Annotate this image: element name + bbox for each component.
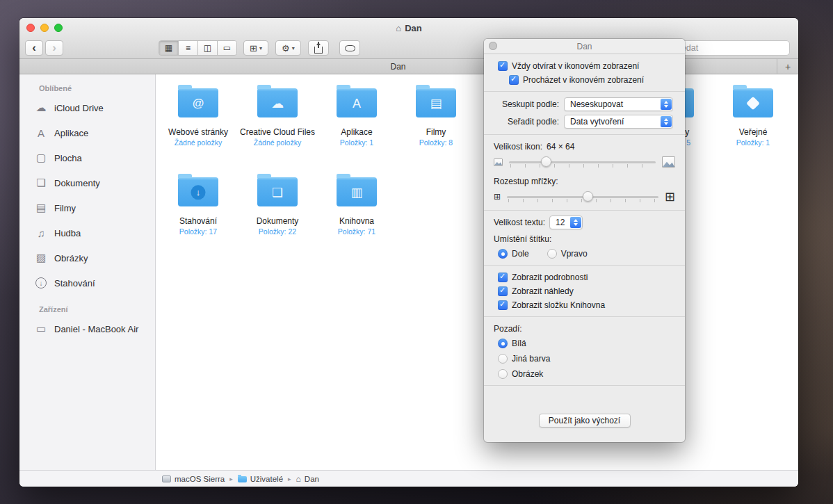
forward-button[interactable]: › [45,40,63,56]
grid-spacing-slider[interactable] [507,190,658,203]
sidebar-item-icloud-drive[interactable]: ☁ iCloud Drive [19,95,155,120]
coverflow-view-button[interactable]: ▭ [218,41,236,55]
checkbox-label: Vždy otvírat v ikonovém zobrazení [512,61,639,71]
folder-count: Položky: 17 [159,227,238,236]
folder-knihovna[interactable]: ▥ Knihovna Položky: 71 [317,172,396,236]
checkbox-always-open-icon-view[interactable]: Vždy otvírat v ikonovém zobrazení [484,60,685,72]
stepper-arrows-icon [661,116,672,127]
folder-webove-stranky[interactable]: @ Webové stránky Žádné položky [159,83,238,147]
folder-icon: ☁ [257,88,298,117]
applications-badge-icon: A [337,90,377,117]
checkbox-show-previews[interactable]: Zobrazit náhledy [484,285,685,297]
back-button[interactable]: ‹ [25,40,43,56]
folder-name: Creative Cloud Files [238,127,317,137]
separator [484,316,685,317]
disk-icon [162,475,171,482]
icloud-drive-icon: ☁ [33,101,49,114]
panel-titlebar[interactable]: Dan [484,39,685,54]
sort-by-select[interactable]: Data vytvoření [564,115,673,129]
text-size-label: Velikost textu: [494,218,545,227]
public-badge-icon [746,97,760,111]
window-titlebar[interactable]: ⌂ Dan [19,18,798,38]
folder-name: Stahování [159,216,238,226]
sidebar-item-label: Daniel - MacBook Air [54,324,138,334]
column-view-button[interactable]: ◫ [198,41,218,55]
sidebar-item-plocha[interactable]: ▢ Plocha [19,145,155,170]
macbook-icon: ▭ [33,323,49,335]
folder-aplikace[interactable]: A Aplikace Položky: 1 [317,83,396,147]
use-as-defaults-button[interactable]: Použít jako výchozí [539,414,631,428]
radio-bg-picture[interactable]: Obrázek [498,368,685,380]
checkbox-label: Zobrazit podrobnosti [512,273,588,282]
icon-size-slider[interactable] [509,156,656,168]
music-icon: ♫ [33,227,49,239]
radio-bg-color[interactable]: Jiná barva [498,353,685,364]
path-item-macos-sierra[interactable]: macOS Sierra [162,475,225,483]
radio-label-bottom[interactable]: Dole [498,248,529,259]
folder-icon [733,88,773,117]
sidebar-item-label: Aplikace [54,128,88,138]
sidebar-item-dokumenty[interactable]: ❏ Dokumenty [19,170,155,195]
icon-size-slider-row [484,154,685,170]
folder-icon: ↓ [178,177,218,206]
sidebar-item-filmy[interactable]: ▤ Filmy [19,195,155,220]
pictures-icon: ▨ [33,252,49,264]
back-chevron-icon: ‹ [32,42,36,54]
checkbox-show-library[interactable]: Zobrazit složku Knihovna [484,299,685,311]
path-item-uzivatele[interactable]: Uživatelé [238,475,283,483]
folder-count: Žádné položky [159,138,238,147]
slider-thumb[interactable] [583,191,593,202]
path-bar: macOS Sierra ▸ Uživatelé ▸ ⌂ Dan [19,470,798,487]
list-view-button[interactable]: ≡ [179,41,198,55]
stepper-arrows-icon [570,217,581,228]
folder-verejne[interactable]: Veřejné Položky: 1 [713,83,793,147]
folder-dokumenty[interactable]: ❏ Dokumenty Položky: 22 [238,172,317,236]
checkbox-checked-icon [498,61,508,71]
folder-creative-cloud-files[interactable]: ☁ Creative Cloud Files Žádné položky [238,83,317,147]
large-photo-icon [662,156,675,168]
downloads-icon: ↓ [35,277,47,288]
folder-filmy[interactable]: ▤ Filmy Položky: 8 [396,83,476,147]
tag-icon [345,45,355,51]
home-proxy-icon: ⌂ [396,23,401,33]
sidebar-item-obrazky[interactable]: ▨ Obrázky [19,245,155,270]
folder-count: Položky: 71 [317,227,396,236]
tag-button[interactable] [339,40,360,56]
folder-stahovani[interactable]: ↓ Stahování Položky: 17 [159,172,238,236]
panel-title: Dan [576,42,592,51]
arrange-button[interactable]: ⊞ ▾ [243,40,268,56]
checkbox-show-details[interactable]: Zobrazit podrobnosti [484,271,685,283]
new-tab-button[interactable]: + [777,59,798,74]
gear-icon: ⚙ [282,43,290,54]
sidebar-item-stahovani[interactable]: ↓ Stahování [19,270,155,295]
action-button[interactable]: ⚙ ▾ [275,40,301,56]
sidebar-item-hudba[interactable]: ♫ Hudba [19,220,155,245]
icon-size-value: 64 × 64 [547,142,574,152]
radio-bg-white[interactable]: Bílá [498,338,685,349]
background-label: Pozadí: [494,324,522,334]
slider-thumb[interactable] [541,156,551,167]
sidebar-item-aplikace[interactable]: A Aplikace [19,120,155,145]
checkbox-browse-icon-view[interactable]: Procházet v ikonovém zobrazení [484,74,685,86]
folder-icon: ❏ [257,177,298,206]
icon-size-row: Velikost ikon: 64 × 64 [484,142,685,152]
background-options: Bílá Jiná barva Obrázek [484,338,685,380]
folder-name: Filmy [396,127,476,137]
radio-unselected-icon [498,354,508,364]
panel-close-button[interactable] [489,42,497,50]
path-item-dan[interactable]: ⌂ Dan [296,474,319,484]
radio-label-right[interactable]: Vpravo [547,248,588,259]
separator [484,134,685,135]
documents-icon: ❏ [33,177,49,189]
folder-icon: A [337,88,377,117]
icon-view-button[interactable]: ▦ [159,41,179,55]
radio-label: Vpravo [561,249,588,259]
checkbox-checked-icon [498,300,508,310]
share-button[interactable] [308,40,329,56]
group-by-select[interactable]: Neseskupovat [564,97,673,111]
search-input[interactable] [672,42,789,54]
text-size-value: 12 [556,218,565,227]
sidebar-item-macbook-air[interactable]: ▭ Daniel - MacBook Air [19,316,155,341]
sidebar-section-favorites: Oblíbené [19,81,155,95]
text-size-select[interactable]: 12 [549,216,583,229]
